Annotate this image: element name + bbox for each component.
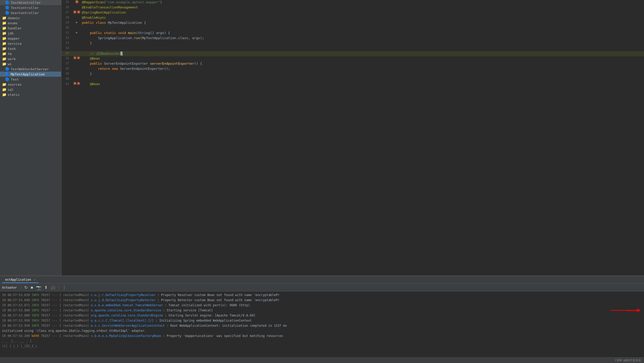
snapshot-button[interactable]: 📷: [35, 285, 42, 290]
sidebar-item-usercontroller[interactable]: 🔵 UserController: [0, 10, 61, 15]
line-content: [82, 77, 644, 77]
line-gutter: ▶: [72, 31, 82, 34]
more-button[interactable]: ⋮: [61, 285, 67, 290]
log-message: : Tomcat initialized with port(s): 9600 …: [165, 303, 250, 307]
line-gutter: ▶: [72, 20, 82, 24]
line-content: [82, 26, 644, 26]
line-content: @EnableAsync: [82, 15, 644, 20]
line-content: @MapperScan("com.example.mptest.mapper"): [82, 0, 644, 4]
sidebar-item-domain[interactable]: 📁 domain: [0, 15, 61, 20]
line-number: 28: [61, 15, 72, 19]
sidebar-item-work[interactable]: 📁 work: [0, 56, 61, 61]
log-pid: 70257 --- [: [41, 293, 61, 297]
log-thread: restartedMain]: [63, 309, 91, 312]
sidebar-item-label: MpTestApplication: [11, 72, 45, 76]
log-message: : Root WebApplicationContext: initializa…: [167, 324, 287, 327]
log-level: INFO: [32, 324, 41, 327]
log-pid: 70257 --- [: [41, 309, 61, 312]
log-pid: 70257 --- [: [41, 319, 61, 322]
code-line-25: 25 🔕 @MapperScan("com.example.mptest.map…: [61, 0, 644, 5]
tab-estapplication[interactable]: estApplication ×: [2, 277, 38, 283]
code-line-30: 30: [61, 26, 644, 31]
log-message: : Starting Servlet engine: [Apache Tomca…: [165, 314, 255, 317]
line-number: 36: [61, 56, 72, 60]
log-level: INFO: [32, 293, 41, 297]
line-content: @Bean: [82, 82, 644, 86]
log-line: 19 06:57:53.950 INFO 70257 --- [ restart…: [0, 323, 644, 328]
log-level: INFO: [32, 319, 41, 322]
code-line-32: 32 SpringApplication.run(MpTestApplicati…: [61, 36, 644, 41]
sidebar-item-testwebsocketserver[interactable]: 🔵 TestWebSocketServer: [0, 66, 61, 72]
class-icon: 🔵: [5, 11, 9, 15]
code-content: 25 🔕 @MapperScan("com.example.mptest.map…: [61, 0, 644, 276]
restart-button[interactable]: ↻: [23, 285, 29, 290]
sidebar-item-static[interactable]: 📁 static: [0, 92, 61, 97]
sidebar-item-test6controller[interactable]: 🔵 Test6Controller: [0, 0, 61, 5]
bottom-tabs-bar: estApplication ×: [0, 276, 644, 284]
line-gutter: 🔕🔕: [72, 56, 82, 60]
sidebar-item-tm[interactable]: 📁 tm: [0, 51, 61, 56]
line-gutter: 🔕🔕: [72, 82, 82, 85]
log-message: : Property Resolver custom Bean not foun…: [157, 293, 280, 297]
line-content: SpringApplication.run(MpTestApplication.…: [82, 36, 644, 40]
sidebar-item-testcontroller[interactable]: 🔵 TestController: [0, 5, 61, 10]
line-number: 32: [61, 36, 72, 40]
sidebar-item-test[interactable]: 🔵 Test: [0, 77, 61, 82]
update-button[interactable]: ⬆: [43, 285, 49, 290]
log-class: c.u.j.d.DefaultLazyPropertyDetector: [91, 298, 157, 302]
class-icon: 🔵: [5, 1, 9, 5]
sidebar-item-label: static: [8, 93, 20, 97]
sidebar-item-mapper[interactable]: 📁 mapper: [0, 36, 61, 41]
line-content: public ServerEndpointExporter serverEndp…: [82, 61, 644, 66]
sidebar-item-jdk[interactable]: 📁 jdk: [0, 31, 61, 36]
sidebar-item-label: Test: [11, 77, 19, 81]
line-gutter: 🔕: [72, 0, 82, 4]
log-line: 19 06:57:53.639 INFO 70257 --- [ restart…: [0, 292, 644, 298]
log-message: _ _ _|_. ___ _ |: [2, 339, 32, 343]
sidebar-item-sources[interactable]: 📁 sources: [0, 82, 61, 87]
line-number: 31: [61, 31, 72, 35]
code-line-41: 41 🔕🔕 @Bean: [61, 82, 644, 87]
line-content: @Bean: [82, 56, 644, 61]
log-level: WARN: [32, 334, 41, 338]
sidebar-item-enums[interactable]: 📁 enums: [0, 20, 61, 26]
code-line-37: 37 public ServerEndpointExporter serverE…: [61, 61, 644, 66]
line-number: 27: [61, 10, 72, 14]
log-pid: 70257 --- [: [41, 314, 61, 317]
log-level: INFO: [32, 309, 41, 312]
code-line-34: 34: [61, 46, 644, 51]
toolbar-separator: [21, 286, 21, 290]
sidebar-item-task[interactable]: 📁 task: [0, 46, 61, 51]
log-line: 19 06:57:53.640 INFO 70257 --- [ restart…: [0, 298, 644, 303]
log-toolbar: Actuator ↻ ■ 📷 ⬆ 🎥 ⋮: [0, 284, 644, 291]
log-message: : Property Detector custom Bean not foun…: [157, 298, 280, 302]
log-line: 19 06:57:53.880 INFO 70257 --- [ restart…: [0, 313, 644, 318]
sidebar-item-handler[interactable]: 📁 handler: [0, 26, 61, 31]
sidebar-item-label: mapper: [8, 37, 20, 40]
sidebar-item-label: jdk: [8, 31, 14, 35]
code-line-39: 39 }: [61, 72, 644, 77]
run-icon[interactable]: ▶: [76, 20, 78, 24]
line-number: 30: [61, 26, 72, 29]
tab-label: estApplication: [5, 278, 31, 281]
record-button[interactable]: 🎥: [50, 285, 57, 290]
stop-button[interactable]: ■: [30, 285, 34, 290]
log-line: 19 06:57:53.950 INFO 70257 --- [ restart…: [0, 318, 644, 323]
folder-icon: 📁: [2, 87, 6, 92]
run-icon[interactable]: ▶: [76, 31, 78, 34]
log-thread: restartedMain]: [63, 298, 91, 302]
log-thread: restartedMain]: [63, 303, 91, 307]
sidebar-item-sql[interactable]: 📁 sql: [0, 87, 61, 92]
log-timestamp: 19 06:57:53.880: [2, 309, 30, 312]
sidebar-item-ws[interactable]: 📁 ws: [0, 61, 61, 66]
sidebar-item-label: tm: [8, 52, 12, 56]
sidebar-item-service[interactable]: 📁 service: [0, 41, 61, 46]
sidebar-item-mptestapplication[interactable]: 🔵 MpTestApplication: [0, 72, 61, 77]
sidebar-item-label: enums: [8, 21, 18, 25]
code-editor[interactable]: 25 🔕 @MapperScan("com.example.mptest.map…: [61, 0, 644, 276]
sidebar-item-label: service: [8, 42, 22, 46]
code-line-31: 31 ▶ public static void main(String[] ar…: [61, 31, 644, 36]
line-number: 41: [61, 82, 72, 86]
log-area[interactable]: 19 06:57:53.639 INFO 70257 --- [ restart…: [0, 291, 644, 357]
tab-close-button[interactable]: ×: [34, 278, 35, 281]
